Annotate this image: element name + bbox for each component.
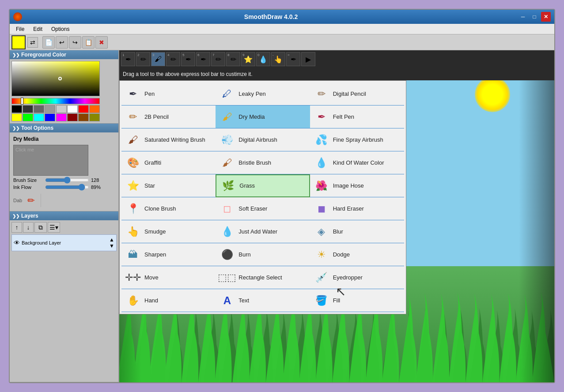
hue-slider[interactable]	[11, 98, 100, 104]
layer-menu-button[interactable]: ☰▾	[48, 222, 60, 233]
tool-bristle-brush[interactable]: Bristle Brush	[216, 151, 310, 174]
brush-size-slider[interactable]	[45, 178, 89, 182]
foreground-color-swatch[interactable]	[11, 35, 26, 49]
bristle-brush-label: Bristle Brush	[238, 159, 271, 166]
tool-felt-pen[interactable]: Felt Pen	[310, 106, 404, 128]
express-tool-0[interactable]: 0💧	[256, 52, 270, 66]
fill-label: Fill	[333, 297, 341, 304]
swatch-cyan[interactable]	[34, 113, 44, 121]
swatch-brown[interactable]	[78, 113, 89, 121]
tool-pen[interactable]: Pen	[121, 83, 216, 106]
swatch-white[interactable]	[67, 105, 78, 113]
swatch-olive[interactable]	[89, 113, 100, 121]
swatch-black[interactable]	[11, 105, 22, 113]
tool-text[interactable]: Text	[216, 289, 310, 312]
tool-leaky-pen[interactable]: Leaky Pen	[216, 83, 310, 106]
ink-flow-slider[interactable]	[45, 185, 89, 189]
left-panel: ❯❯ Foreground Color	[10, 50, 119, 382]
swatch-midgray[interactable]	[34, 105, 44, 113]
tool-graffiti[interactable]: Graffiti	[121, 151, 216, 174]
swatch-lightgray[interactable]	[56, 105, 67, 113]
redo-button[interactable]: ↪	[69, 36, 81, 49]
menu-edit[interactable]: Edit	[29, 25, 47, 33]
tool-clone-brush[interactable]: Clone Brush	[121, 197, 216, 220]
layer-up-button[interactable]: ↑	[11, 222, 22, 233]
tool-dodge[interactable]: Dodge	[310, 243, 404, 266]
tool-2b-pencil[interactable]: 2B Pencil	[121, 106, 216, 128]
move-label: Move	[144, 274, 159, 281]
app-window: SmoothDraw 4.0.2 ─ □ ✕ File Edit Options…	[9, 9, 555, 383]
just-add-water-label: Just Add Water	[238, 228, 277, 235]
tool-burn[interactable]: Burn	[216, 243, 310, 266]
tool-image-hose[interactable]: Image Hose	[310, 174, 404, 197]
menu-file[interactable]: File	[11, 25, 29, 33]
tool-move[interactable]: ✛ Move	[121, 266, 216, 289]
swatch-magenta[interactable]	[56, 113, 67, 121]
swatch-red[interactable]	[78, 105, 89, 113]
copy-button[interactable]: 📋	[82, 36, 95, 49]
tool-blur[interactable]: Blur	[310, 220, 404, 243]
brush-preview[interactable]: Click me	[13, 145, 88, 176]
express-tool-2[interactable]: 2✏	[136, 52, 150, 66]
tool-star[interactable]: Star	[121, 174, 216, 197]
express-tool-minus[interactable]: -👆	[271, 52, 285, 66]
layer-item[interactable]: 👁 Background Layer ▲ ▼	[11, 234, 117, 251]
tool-soft-eraser[interactable]: Soft Eraser	[216, 197, 310, 220]
tool-saturated-brush[interactable]: Saturated Writing Brush	[121, 128, 216, 151]
tool-smudge[interactable]: Smudge	[121, 220, 216, 243]
tool-rect-select[interactable]: ⬚ Rectangle Select	[216, 266, 310, 289]
minimize-button[interactable]: ─	[518, 12, 528, 22]
swatch-gray[interactable]	[45, 105, 55, 113]
tool-hand[interactable]: Hand	[121, 289, 216, 312]
2b-pencil-label: 2B Pencil	[144, 113, 169, 121]
new-button[interactable]: 📄	[42, 36, 55, 49]
canvas-area[interactable]: 1✒ 2✏ 3🖌 4✏ 5✒ 6✒ 7✏ 8✏ 9⭐ 0💧 -👆 =✒ ▶ Dr…	[119, 50, 554, 382]
tool-options-header[interactable]: ❯❯ Tool Options	[10, 124, 118, 132]
express-tool-equals[interactable]: =✒	[286, 52, 300, 66]
maximize-button[interactable]: □	[530, 12, 539, 22]
brush-size-value: 128	[91, 177, 99, 183]
tool-eyedropper[interactable]: Eyedropper	[310, 266, 404, 289]
swatch-orange[interactable]	[89, 105, 100, 113]
layer-down-button[interactable]: ↓	[23, 222, 34, 233]
express-tool-8[interactable]: 8✏	[226, 52, 240, 66]
menu-options[interactable]: Options	[47, 25, 74, 33]
express-tool-7[interactable]: 7✏	[211, 52, 225, 66]
express-tool-3[interactable]: 3🖌	[151, 52, 165, 66]
swatch-green[interactable]	[23, 113, 33, 121]
tool-kind-water-color[interactable]: Kind Of Water Color	[310, 151, 404, 174]
layers-header[interactable]: ❯❯ Layers	[10, 211, 118, 220]
swatch-darkred[interactable]	[67, 113, 78, 121]
tool-fill[interactable]: Fill	[310, 289, 404, 312]
tool-just-add-water[interactable]: Just Add Water	[216, 220, 310, 243]
tool-fine-spray[interactable]: Fine Spray Airbrush	[310, 128, 404, 151]
dab-brush-icon[interactable]: ✏	[24, 193, 38, 207]
tool-dry-media[interactable]: Dry Media	[216, 106, 310, 128]
swatch-darkgray[interactable]	[23, 105, 33, 113]
express-tool-6[interactable]: 6✒	[196, 52, 210, 66]
swap-colors-button[interactable]: ⇄	[27, 37, 38, 48]
tool-sharpen[interactable]: Sharpen	[121, 243, 216, 266]
swatch-yellow[interactable]	[11, 113, 22, 121]
tool-grass[interactable]: Grass	[216, 174, 310, 197]
tool-digital-pencil[interactable]: Digital Pencil	[310, 83, 404, 106]
tool-hard-eraser[interactable]: Hard Eraser	[310, 197, 404, 220]
express-tool-1[interactable]: 1✒	[121, 52, 135, 66]
tool-options-chevron-icon: ❯❯	[12, 126, 19, 131]
close-button[interactable]: ✕	[541, 12, 551, 22]
foreground-color-header[interactable]: ❯❯ Foreground Color	[10, 50, 118, 59]
layer-copy-button[interactable]: ⧉	[34, 222, 47, 233]
express-tool-more[interactable]: ▶	[301, 52, 315, 66]
foreground-color-section: ❯❯ Foreground Color	[10, 50, 118, 124]
express-tool-5[interactable]: 5✒	[181, 52, 195, 66]
layer-visibility-icon[interactable]: 👁	[14, 239, 20, 246]
express-tool-4[interactable]: 4✏	[166, 52, 180, 66]
swatch-blue[interactable]	[45, 113, 55, 121]
tool-digital-airbrush[interactable]: Digital Airbrush	[216, 128, 310, 151]
color-picker-gradient[interactable]	[11, 61, 100, 96]
hand-icon	[125, 293, 141, 309]
express-tool-9[interactable]: 9⭐	[241, 52, 255, 66]
undo-button[interactable]: ↩	[56, 36, 68, 49]
brush-size-label: Brush Size	[13, 177, 45, 183]
paste-button[interactable]: ✖	[95, 36, 108, 49]
